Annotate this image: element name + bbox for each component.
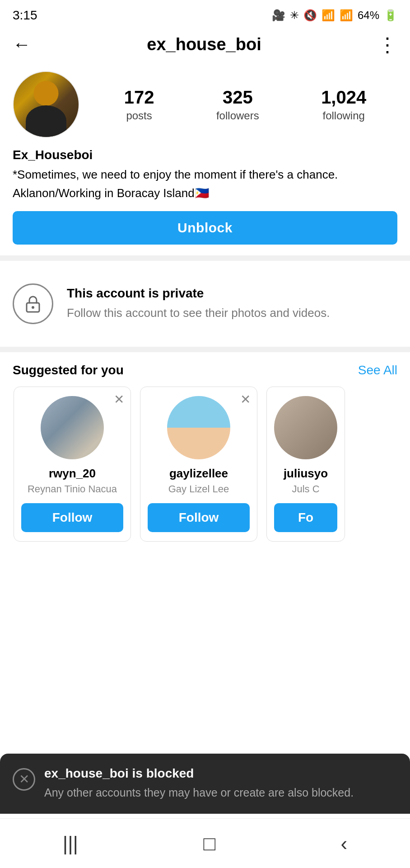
suggested-scroll: ✕ rwyn_20 Reynan Tinio Nacua Follow ✕ ga… — [0, 384, 410, 544]
nav-home-button[interactable]: □ — [204, 832, 216, 855]
followers-stat: 325 followers — [216, 87, 259, 122]
private-account-title: This account is private — [67, 286, 330, 301]
svg-point-1 — [32, 306, 34, 309]
dismiss-suggestion-1[interactable]: ✕ — [114, 393, 124, 406]
suggested-header: Suggested for you See All — [0, 357, 410, 384]
suggested-title: Suggested for you — [13, 363, 124, 377]
bottom-nav: ||| □ ‹ — [0, 818, 410, 868]
toast-text: ex_house_boi is blocked Any other accoun… — [44, 766, 354, 802]
more-menu-button[interactable]: ⋮ — [377, 35, 397, 55]
suggestion-username-1: rwyn_20 — [49, 467, 96, 481]
back-button[interactable]: ← — [13, 34, 31, 55]
suggested-section: Suggested for you See All ✕ rwyn_20 Reyn… — [0, 352, 410, 553]
following-label: following — [322, 109, 364, 122]
profile-location: Aklanon/Working in Boracay Island🇵🇭 — [13, 186, 397, 200]
posts-count: 172 — [124, 87, 154, 108]
toast-blocked-icon: ✕ — [13, 768, 35, 791]
bluetooth-icon: ✳ — [290, 9, 299, 22]
mute-icon: 🔇 — [303, 9, 317, 22]
suggestion-card-1: ✕ rwyn_20 Reynan Tinio Nacua Follow — [14, 387, 131, 542]
blocked-x-icon: ✕ — [19, 773, 29, 786]
top-nav: ← ex_house_boi ⋮ — [0, 27, 410, 62]
following-count: 1,024 — [321, 87, 366, 108]
private-text-block: This account is private Follow this acco… — [67, 286, 330, 322]
page-title: ex_house_boi — [147, 35, 261, 54]
battery-label: 64% — [358, 9, 379, 22]
followers-count: 325 — [223, 87, 253, 108]
unblock-button[interactable]: Unblock — [13, 211, 397, 245]
status-time: 3:15 — [13, 8, 37, 23]
profile-section: 172 posts 325 followers 1,024 following … — [0, 62, 410, 255]
toast-notification: ✕ ex_house_boi is blocked Any other acco… — [0, 754, 410, 814]
suggestion-username-2: gaylizellee — [169, 467, 228, 481]
section-divider — [0, 255, 410, 261]
follow-button-2[interactable]: Follow — [148, 503, 250, 532]
avatar-image — [14, 72, 79, 137]
suggestion-fullname-2: Gay Lizel Lee — [168, 483, 229, 495]
battery-icon: 🔋 — [384, 9, 397, 22]
suggestion-avatar-3 — [274, 396, 337, 459]
suggestion-card-2: ✕ gaylizellee Gay Lizel Lee Follow — [140, 387, 257, 542]
status-icons: 🎥 ✳ 🔇 📶 📶 64% 🔋 — [272, 9, 397, 22]
signal-icon: 📶 — [340, 9, 353, 22]
follow-button-3[interactable]: Fo — [274, 503, 337, 532]
avatar — [13, 71, 79, 138]
profile-header: 172 posts 325 followers 1,024 following — [13, 71, 397, 138]
section-divider-2 — [0, 347, 410, 352]
followers-label: followers — [216, 109, 259, 122]
suggestion-card-3: juliusyo Juls C Fo — [266, 387, 345, 542]
toast-title: ex_house_boi is blocked — [44, 766, 354, 781]
following-stat: 1,024 following — [321, 87, 366, 122]
suggestion-fullname-1: Reynan Tinio Nacua — [28, 483, 117, 495]
suggestion-avatar-1 — [41, 396, 104, 459]
posts-stat: 172 posts — [124, 87, 154, 122]
nav-menu-button[interactable]: ||| — [63, 832, 78, 855]
status-bar: 3:15 🎥 ✳ 🔇 📶 📶 64% 🔋 — [0, 0, 410, 27]
profile-bio: *Sometimes, we need to enjoy the moment … — [13, 166, 397, 184]
nav-back-button[interactable]: ‹ — [341, 832, 348, 855]
toast-description: Any other accounts they may have or crea… — [44, 784, 354, 802]
posts-label: posts — [126, 109, 152, 122]
private-account-description: Follow this account to see their photos … — [67, 304, 330, 322]
wifi-icon: 📶 — [321, 9, 335, 22]
private-account-section: This account is private Follow this acco… — [0, 261, 410, 347]
suggestion-fullname-3: Juls C — [292, 483, 319, 495]
suggestion-avatar-2 — [167, 396, 230, 459]
see-all-button[interactable]: See All — [358, 363, 397, 377]
lock-icon — [13, 283, 53, 324]
lock-svg — [23, 294, 43, 314]
video-icon: 🎥 — [272, 9, 285, 22]
dismiss-suggestion-2[interactable]: ✕ — [240, 393, 251, 406]
suggestion-username-3: juliusyo — [284, 467, 328, 481]
follow-button-1[interactable]: Follow — [21, 503, 123, 532]
profile-display-name: Ex_Houseboi — [13, 148, 397, 162]
stats-row: 172 posts 325 followers 1,024 following — [93, 87, 397, 122]
